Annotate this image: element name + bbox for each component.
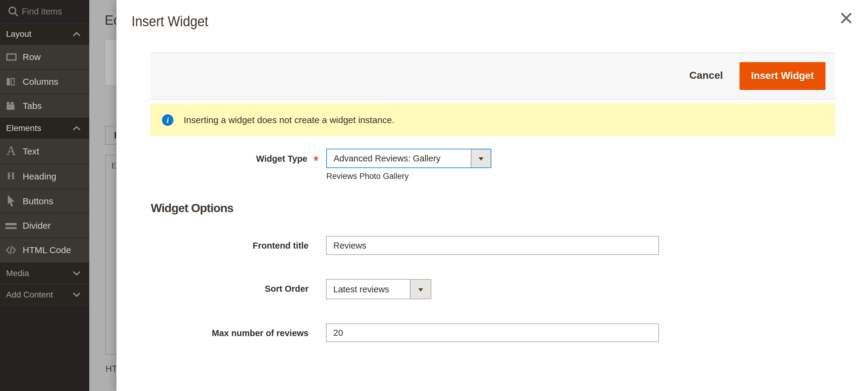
- svg-text:i: i: [166, 116, 168, 124]
